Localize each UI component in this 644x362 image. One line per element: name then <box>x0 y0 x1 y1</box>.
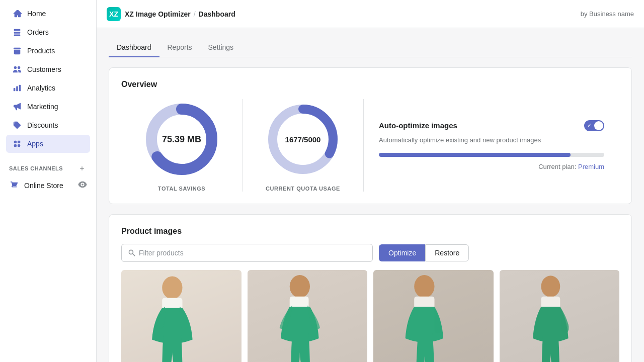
progress-bar-fill <box>379 153 571 157</box>
quota-usage-chart: 1677/5000 <box>263 99 343 179</box>
content-area: Dashboard Reports Settings Overview 75 <box>97 28 644 362</box>
main-content: XZ XZ Image Optimizer / Dashboard by Bus… <box>97 0 644 362</box>
search-bar <box>121 244 373 262</box>
auto-optimize-description: Automatically optimize existing and new … <box>379 135 604 145</box>
sidebar-item-label: Discounts <box>27 121 58 129</box>
online-store-icon <box>9 180 19 191</box>
customers-icon <box>12 64 22 74</box>
sidebar-item-label: Analytics <box>27 84 55 92</box>
search-icon <box>128 249 136 257</box>
add-sales-channel-button[interactable] <box>77 163 87 173</box>
auto-optimize-title: Auto-optimize images <box>379 121 457 130</box>
overview-title: Overview <box>121 80 619 89</box>
total-savings-label: TOTAL SAVINGS <box>158 186 205 192</box>
sidebar-item-label: Home <box>27 10 46 18</box>
quota-usage-value: 1677/5000 <box>285 135 321 144</box>
eye-icon[interactable] <box>78 180 87 191</box>
home-icon <box>12 9 22 19</box>
product-images-title: Product images <box>121 227 182 236</box>
product-images-card: Product images Optimize Restore <box>109 214 632 362</box>
app-logo: XZ <box>107 7 121 21</box>
current-plan: Current plan: Premium <box>379 163 604 170</box>
products-icon <box>12 46 22 56</box>
breadcrumb-page: Dashboard <box>199 10 235 18</box>
action-buttons: Optimize Restore <box>379 244 469 261</box>
restore-button[interactable]: Restore <box>425 244 469 261</box>
total-savings-chart: 75.39 MB <box>141 99 222 179</box>
svg-point-8 <box>414 275 434 298</box>
quota-usage-label: CURRENT QUOTA USAGE <box>266 186 340 192</box>
sales-channels-label: SALES CHANNELS <box>0 157 96 175</box>
tabs: Dashboard Reports Settings <box>109 38 632 57</box>
sidebar-item-label: Apps <box>27 140 43 148</box>
product-image-1[interactable]: -35% <box>121 270 242 362</box>
sidebar: Home Orders Products Customers Analytics <box>0 0 97 362</box>
sidebar-item-label: Customers <box>27 65 61 73</box>
business-name: by Business name <box>581 10 634 18</box>
breadcrumb-app-name: XZ Image Optimizer <box>125 10 191 18</box>
search-and-buttons: Optimize Restore <box>121 244 619 262</box>
product-image-3[interactable]: Processing <box>373 270 494 362</box>
product-image-2[interactable]: -36% <box>248 270 368 362</box>
premium-plan-link[interactable]: Premium <box>578 163 604 170</box>
overview-card: Overview 75.39 MB TOTAL SAVINGS <box>109 67 632 204</box>
sidebar-item-discounts[interactable]: Discounts <box>6 116 90 134</box>
auto-optimize-section: Auto-optimize images ✓ Automatically opt… <box>364 120 619 171</box>
sidebar-item-home[interactable]: Home <box>6 5 90 23</box>
sidebar-item-customers[interactable]: Customers <box>6 60 90 78</box>
analytics-icon <box>12 83 22 93</box>
product-images-header: Product images <box>121 227 619 236</box>
tab-dashboard[interactable]: Dashboard <box>109 38 159 57</box>
optimize-button[interactable]: Optimize <box>379 244 425 261</box>
sidebar-item-orders[interactable]: Orders <box>6 23 90 41</box>
tab-settings[interactable]: Settings <box>200 38 242 57</box>
sidebar-item-analytics[interactable]: Analytics <box>6 79 90 97</box>
sidebar-item-products[interactable]: Products <box>6 42 90 60</box>
svg-point-4 <box>162 277 182 299</box>
overview-content: 75.39 MB TOTAL SAVINGS 1677/5000 <box>121 99 619 192</box>
total-savings-value: 75.39 MB <box>162 134 201 145</box>
topbar: XZ XZ Image Optimizer / Dashboard by Bus… <box>97 0 644 28</box>
image-grid: -35% -36% <box>121 270 619 362</box>
search-input[interactable] <box>139 249 366 257</box>
sidebar-item-label: Marketing <box>27 103 58 111</box>
breadcrumb-separator: / <box>194 10 196 18</box>
auto-optimize-toggle[interactable]: ✓ <box>584 120 604 131</box>
progress-bar <box>379 153 604 157</box>
sidebar-item-marketing[interactable]: Marketing <box>6 98 90 116</box>
svg-point-6 <box>289 275 309 298</box>
sidebar-item-online-store[interactable]: Online Store <box>3 176 93 195</box>
quota-usage-section: 1677/5000 CURRENT QUOTA USAGE <box>243 99 364 192</box>
total-savings-section: 75.39 MB TOTAL SAVINGS <box>121 99 243 192</box>
orders-icon <box>12 27 22 37</box>
discounts-icon <box>12 120 22 130</box>
sidebar-item-label: Orders <box>27 28 49 36</box>
product-image-4[interactable] <box>500 270 620 362</box>
sidebar-item-label: Products <box>27 47 55 55</box>
marketing-icon <box>12 102 22 112</box>
apps-icon <box>12 139 22 149</box>
breadcrumb: XZ Image Optimizer / Dashboard <box>125 10 235 18</box>
svg-point-10 <box>541 276 560 297</box>
sidebar-item-apps[interactable]: Apps <box>6 135 90 153</box>
online-store-label: Online Store <box>24 182 63 190</box>
tab-reports[interactable]: Reports <box>159 38 200 57</box>
